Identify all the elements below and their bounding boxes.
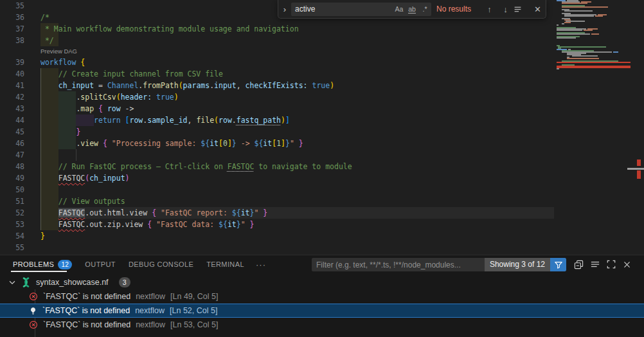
whole-word-icon[interactable]: ab [406, 5, 418, 13]
code-token: FASTQC [228, 162, 255, 171]
find-results-status: No results [436, 5, 481, 14]
code-line-43[interactable]: .map { row -> [40, 103, 134, 114]
tab-label: OUTPUT [85, 260, 116, 268]
line-number: 35 [0, 0, 24, 12]
tab-debug-console[interactable]: DEBUG CONSOLE [129, 256, 193, 273]
code-line-54[interactable]: } [40, 230, 45, 242]
minimap-line [557, 62, 631, 63]
match-case-icon[interactable]: Aa [393, 5, 406, 13]
line-number: 47 [0, 149, 24, 161]
tab-output[interactable]: OUTPUT [85, 256, 116, 273]
code-token [107, 139, 112, 148]
indent-band [40, 149, 58, 161]
problem-location: [Ln 53, Col 5] [170, 320, 218, 329]
code-token: = [94, 81, 107, 90]
code-token: ( [179, 81, 183, 90]
problem-message: `FASTQC` is not defined [43, 320, 130, 329]
line-number: 55 [0, 242, 24, 253]
code-line-53[interactable]: FASTQC.out.zip.view { "FastQC data: ${it… [40, 219, 254, 230]
code-token: FASTQC [58, 220, 85, 229]
code-line-48[interactable]: // Run FastQC process — Ctrl-click on FA… [40, 161, 352, 172]
find-next-icon[interactable]: ↓ [497, 5, 514, 14]
maximize-panel-icon[interactable] [603, 257, 619, 271]
code-token: } [40, 232, 45, 241]
code-token [121, 116, 125, 125]
code-token: ${ [232, 208, 241, 217]
code-token: , [237, 81, 246, 90]
code-token: .out.zip.view [85, 220, 143, 229]
line-number: 50 [0, 184, 24, 196]
code-line-45[interactable]: } [40, 126, 80, 138]
find-query-text[interactable]: active [291, 5, 393, 14]
minimap-line [613, 51, 618, 53]
code-token: it [241, 208, 250, 217]
tab-terminal[interactable]: TERMINAL [206, 256, 244, 273]
code-token [246, 220, 250, 229]
problems-filter-input[interactable]: Filter (e.g. text, **/*.ts, !**/node_mod… [312, 258, 566, 271]
code-token: input [214, 81, 237, 90]
filter-funnel-icon[interactable] [550, 258, 566, 271]
code-line-37[interactable]: * Main workflow demonstrating module usa… [40, 23, 299, 35]
find-input[interactable]: active Aa ab .* [291, 3, 431, 16]
line-number: 51 [0, 196, 24, 207]
chevron-down-icon[interactable] [8, 278, 17, 287]
code-token: } [263, 208, 267, 217]
problem-row-----53------5-[interactable]: `FASTQC` is not definednextflow[Ln 53, C… [0, 318, 644, 332]
code-token [103, 104, 107, 113]
minimap-line [557, 67, 631, 68]
code-editor[interactable]: 3536373839404142434445464748495051525354… [0, 0, 644, 255]
minimap-line [564, 15, 594, 17]
code-token: { [103, 139, 107, 148]
code-token: FASTQC [58, 208, 85, 217]
minimap-line [557, 37, 576, 39]
code-line-38[interactable]: */ [40, 35, 54, 46]
code-token [94, 104, 98, 113]
code-token: view [80, 139, 98, 148]
code-token: it [210, 139, 219, 148]
code-token: "FastQC data: [156, 220, 219, 229]
code-token [40, 162, 58, 171]
regex-icon[interactable]: .* [418, 5, 431, 13]
code-line-44[interactable]: return [row.sample_id, file(row.fastq_pa… [40, 114, 290, 126]
line-number: 39 [0, 57, 24, 68]
more-actions-icon[interactable]: ··· [256, 260, 266, 269]
code-line-46[interactable]: .view { "Processing sample: ${it[0]} -> … [40, 138, 303, 149]
code-line-40[interactable]: // Create input channel from CSV file [40, 68, 223, 80]
code-token: 0 [223, 139, 228, 148]
problem-row-----52------5-[interactable]: `FASTQC` is not definednextflow[Ln 52, C… [0, 304, 644, 318]
code-token: ${ [219, 220, 228, 229]
code-token: row [130, 116, 143, 125]
active-tab-underline [11, 271, 67, 272]
find-in-selection-icon[interactable] [514, 5, 530, 14]
collapse-all-icon[interactable] [571, 257, 587, 271]
minimap[interactable] [557, 0, 631, 255]
minimap-line [557, 33, 590, 35]
find-widget: › active Aa ab .* No results ↑ ↓ ✕ [278, 0, 546, 19]
code-token: ( [214, 116, 219, 125]
code-line-41[interactable]: ch_input = Channel.fromPath(params.input… [40, 80, 334, 91]
code-line-51[interactable]: // View outputs [40, 196, 125, 207]
code-line-36[interactable]: /* [40, 12, 49, 23]
problem-source: nextflow [136, 320, 165, 329]
find-previous-icon[interactable]: ↑ [481, 5, 497, 14]
code-token: } [299, 139, 303, 148]
view-as-table-icon[interactable] [587, 257, 603, 271]
code-token: file [196, 116, 214, 125]
overview-ruler[interactable] [632, 0, 644, 255]
code-line-49[interactable]: FASTQC(ch_input) [40, 172, 130, 184]
code-token: , [188, 116, 197, 125]
problem-message: `FASTQC` is not defined [42, 306, 130, 315]
problem-row-----49------5-[interactable]: `FASTQC` is not definednextflow[Ln 49, C… [0, 289, 644, 304]
find-toggle-replace-chevron[interactable]: › [278, 5, 291, 14]
line-number: 41 [0, 80, 24, 91]
close-panel-icon[interactable] [619, 257, 635, 271]
find-close-icon[interactable]: ✕ [530, 5, 546, 14]
code-token: true [312, 81, 330, 90]
problems-file-group[interactable]: syntax_showcase.nf3 [0, 275, 644, 289]
code-line-39[interactable]: workflow { [40, 57, 85, 68]
tab-label: TERMINAL [206, 260, 244, 268]
code-token [156, 208, 161, 217]
codelens-preview-dag[interactable]: Preview DAG [40, 46, 77, 57]
code-line-52[interactable]: FASTQC.out.html.view { "FastQC report: $… [40, 207, 267, 219]
code-line-42[interactable]: .splitCsv(header: true) [40, 91, 179, 103]
